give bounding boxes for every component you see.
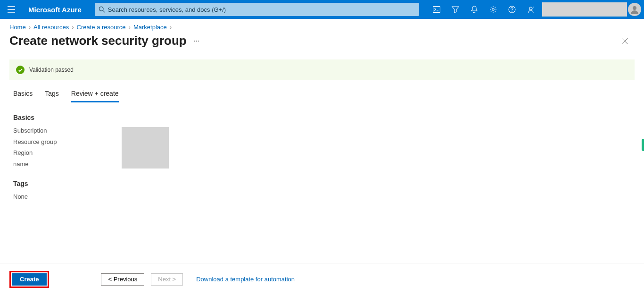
create-highlight: Create	[9, 271, 49, 288]
hamburger-menu-button[interactable]	[0, 0, 23, 19]
download-template-link[interactable]: Download a template for automation	[196, 276, 295, 283]
search-icon	[99, 6, 105, 13]
top-bar: Microsoft Azure	[0, 0, 644, 19]
help-icon	[508, 6, 516, 13]
check-icon	[16, 66, 25, 74]
basics-heading: Basics	[13, 114, 631, 121]
crumb-create-resource[interactable]: Create a resource	[77, 24, 126, 31]
basics-grid: Subscription Resource group Region name	[13, 127, 631, 169]
tab-basics[interactable]: Basics	[13, 90, 33, 102]
basics-label-region: Region	[13, 149, 122, 158]
tab-tags[interactable]: Tags	[45, 90, 59, 102]
hamburger-icon	[8, 6, 15, 13]
user-avatar[interactable]	[628, 3, 641, 16]
tags-heading: Tags	[13, 180, 631, 187]
gear-icon	[489, 6, 497, 13]
side-indicator	[642, 139, 644, 151]
brand-label[interactable]: Microsoft Azure	[28, 6, 82, 14]
close-button[interactable]	[621, 38, 628, 44]
crumb-sep: ›	[72, 24, 74, 31]
crumb-sep: ›	[29, 24, 31, 31]
crumb-marketplace[interactable]: Marketplace	[133, 24, 167, 31]
basics-label-resource-group: Resource group	[13, 138, 122, 147]
validation-text: Validation passed	[29, 67, 74, 73]
tags-value: None	[13, 193, 631, 200]
svg-point-5	[529, 7, 532, 10]
svg-point-0	[99, 7, 103, 11]
title-row: Create network security group ⋯	[0, 31, 644, 48]
crumb-home[interactable]: Home	[9, 24, 26, 31]
settings-button[interactable]	[484, 0, 503, 19]
footer-bar: Create < Previous Next > Download a temp…	[0, 263, 644, 295]
next-button: Next >	[151, 273, 183, 286]
filter-icon	[452, 6, 459, 13]
svg-line-1	[103, 10, 105, 12]
create-button[interactable]: Create	[12, 273, 47, 286]
crumb-all-resources[interactable]: All resources	[33, 24, 69, 31]
basics-section: Basics Subscription Resource group Regio…	[0, 102, 644, 169]
basics-label-name: name	[13, 160, 122, 169]
title-more-button[interactable]: ⋯	[193, 37, 199, 44]
crumb-sep: ›	[129, 24, 131, 31]
help-button[interactable]	[503, 0, 521, 19]
avatar-icon	[630, 5, 639, 14]
svg-rect-2	[433, 7, 440, 13]
notifications-button[interactable]	[465, 0, 484, 19]
breadcrumb: Home › All resources › Create a resource…	[0, 19, 644, 31]
top-icon-bar	[427, 0, 644, 19]
page-title: Create network security group	[9, 34, 187, 48]
feedback-button[interactable]	[521, 0, 540, 19]
tab-bar: Basics Tags Review + create	[0, 80, 644, 102]
tab-review-create[interactable]: Review + create	[71, 90, 119, 102]
bell-icon	[471, 6, 478, 13]
close-icon	[621, 38, 628, 44]
cloud-shell-button[interactable]	[427, 0, 446, 19]
svg-point-3	[492, 8, 494, 10]
directories-button[interactable]	[446, 0, 465, 19]
account-info-block[interactable]	[542, 2, 627, 17]
svg-point-6	[633, 6, 636, 10]
basics-values-redacted	[122, 127, 169, 169]
global-search[interactable]	[95, 3, 419, 16]
crumb-sep: ›	[170, 24, 172, 31]
basics-label-subscription: Subscription	[13, 127, 122, 135]
previous-button[interactable]: < Previous	[101, 273, 144, 286]
validation-banner: Validation passed	[9, 59, 635, 80]
cloud-shell-icon	[433, 6, 440, 13]
feedback-icon	[527, 6, 535, 13]
search-input[interactable]	[108, 6, 415, 13]
tags-section: Tags None	[0, 169, 644, 200]
